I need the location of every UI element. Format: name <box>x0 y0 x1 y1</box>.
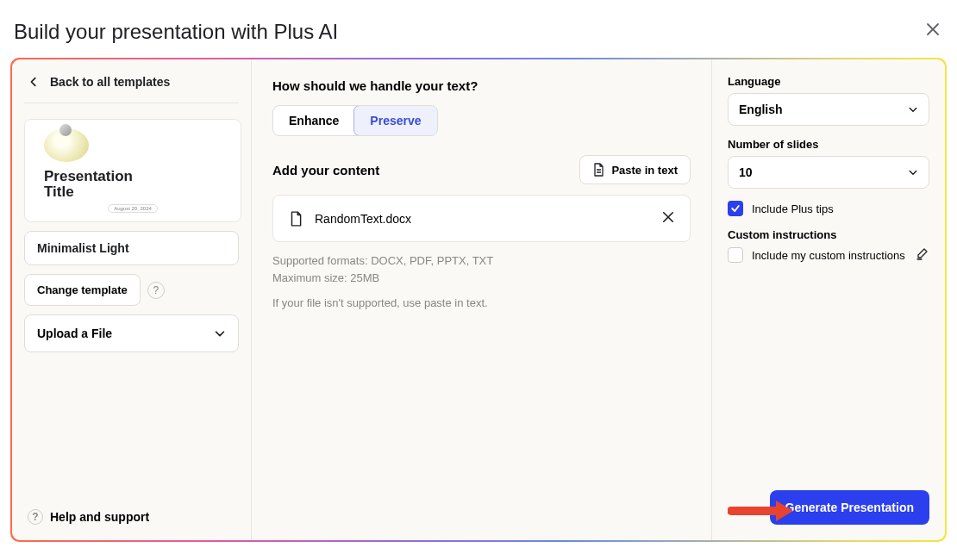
file-icon <box>289 211 303 227</box>
help-support-link[interactable]: ? Help and support <box>28 509 149 525</box>
back-label: Back to all templates <box>50 75 170 89</box>
check-icon <box>730 203 741 214</box>
help-support-label: Help and support <box>50 510 149 524</box>
thumb-title-1: Presentation <box>44 169 222 185</box>
close-icon <box>662 211 674 223</box>
preserve-option[interactable]: Preserve <box>353 105 437 136</box>
paste-label: Paste in text <box>611 164 678 177</box>
slides-label: Number of slides <box>728 138 929 151</box>
generate-presentation-button[interactable]: Generate Presentation <box>770 490 929 525</box>
back-to-templates-button[interactable]: Back to all templates <box>24 75 239 103</box>
content-panel: How should we handle your text? Enhance … <box>252 59 712 540</box>
template-name-field[interactable]: Minimalist Light <box>24 231 239 265</box>
supported-formats-text: Supported formats: DOCX, PDF, PPTX, TXT <box>272 252 691 270</box>
include-tips-checkbox[interactable] <box>728 201 743 216</box>
add-content-heading: Add your content <box>272 163 379 177</box>
chevron-left-icon <box>28 76 40 88</box>
upload-file-select[interactable]: Upload a File <box>24 314 239 352</box>
language-value: English <box>739 103 783 116</box>
chevron-down-icon <box>908 104 918 115</box>
fallback-text: If your file isn't supported, use paste … <box>272 295 691 312</box>
close-button[interactable] <box>923 19 943 44</box>
edit-custom-button[interactable] <box>916 246 929 264</box>
slides-select[interactable]: 10 <box>728 156 929 189</box>
language-label: Language <box>728 75 929 88</box>
question-icon: ? <box>32 511 38 523</box>
thumb-title-2: Title <box>44 184 222 201</box>
template-thumbnail: Presentation Title August 20, 2024 <box>24 119 241 222</box>
remove-file-button[interactable] <box>662 209 674 227</box>
edit-icon <box>916 246 929 260</box>
text-handling-heading: How should we handle your text? <box>272 78 691 93</box>
settings-panel: Language English Number of slides 10 Inc… <box>712 59 945 540</box>
include-custom-label: Include my custom instructions <box>752 249 905 262</box>
uploaded-file-chip: RandomText.docx <box>272 195 691 242</box>
thumb-date: August 20, 2024 <box>108 204 158 213</box>
max-size-text: Maximum size: 25MB <box>272 270 691 287</box>
chevron-down-icon <box>908 167 918 177</box>
slides-value: 10 <box>739 165 753 179</box>
file-name: RandomText.docx <box>315 212 411 226</box>
close-icon <box>926 22 940 36</box>
template-help-button[interactable]: ? <box>147 282 165 299</box>
page-title: Build your presentation with Plus AI <box>14 20 338 44</box>
template-sidebar: Back to all templates Presentation Title… <box>12 59 252 540</box>
question-icon: ? <box>153 284 159 296</box>
custom-instructions-heading: Custom instructions <box>728 228 929 241</box>
chevron-down-icon <box>214 327 226 339</box>
include-tips-label: Include Plus tips <box>752 202 834 215</box>
upload-label: Upload a File <box>37 327 112 340</box>
document-icon <box>592 163 604 177</box>
orb-graphic <box>44 128 89 162</box>
text-handling-segment: Enhance Preserve <box>272 105 438 136</box>
language-select[interactable]: English <box>728 93 929 126</box>
include-custom-checkbox[interactable] <box>728 247 743 263</box>
paste-in-text-button[interactable]: Paste in text <box>579 155 691 184</box>
change-template-button[interactable]: Change template <box>24 274 141 306</box>
enhance-option[interactable]: Enhance <box>273 106 354 135</box>
